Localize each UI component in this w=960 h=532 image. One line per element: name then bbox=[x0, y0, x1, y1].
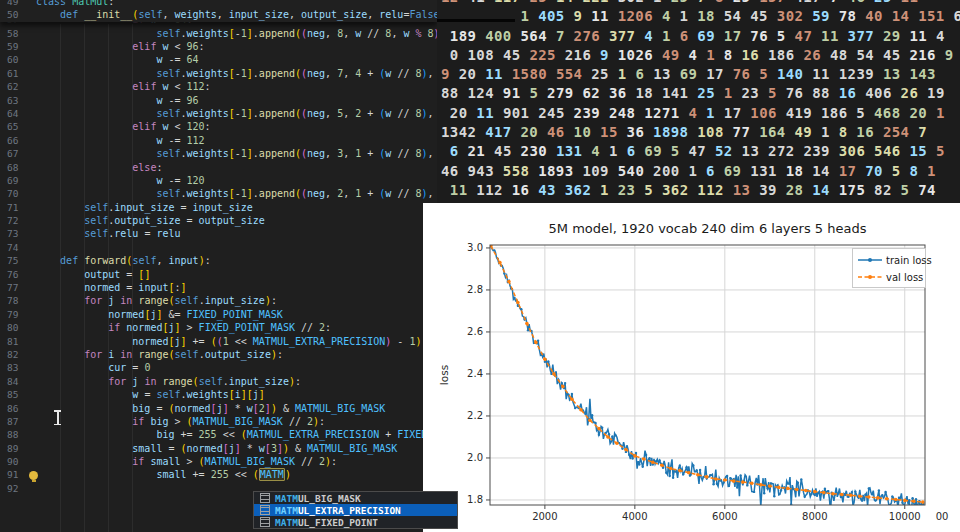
line-number: 62 bbox=[0, 80, 33, 93]
autocomplete-item[interactable]: MATMUL_BIG_MASK bbox=[254, 492, 457, 504]
line-number: 68 bbox=[0, 161, 33, 174]
svg-text:train loss: train loss bbox=[886, 255, 932, 266]
terminal-divider-line bbox=[437, 19, 515, 22]
svg-text:5M model, 1920 vocab 240 dim 6: 5M model, 1920 vocab 240 dim 6 layers 5 … bbox=[549, 221, 867, 236]
line-number: 67 bbox=[0, 147, 33, 160]
line-number: 85 bbox=[0, 388, 33, 401]
sticky-code-line[interactable]: 49class MatMul: bbox=[0, 0, 437, 8]
line-number: 63 bbox=[0, 94, 33, 107]
line-number: 70 bbox=[0, 187, 33, 200]
svg-text:loss: loss bbox=[438, 365, 450, 385]
constant-icon bbox=[260, 493, 270, 503]
line-number: 78 bbox=[0, 294, 33, 307]
line-number: 84 bbox=[0, 375, 33, 388]
terminal-row: 0 108 45 225 216 9 1026 49 4 1 8 16 186 … bbox=[441, 46, 960, 65]
sticky-scroll-header[interactable]: 49class MatMul:50 def __init__(self, wei… bbox=[0, 0, 437, 22]
line-number: 61 bbox=[0, 67, 33, 80]
line-number: 71 bbox=[0, 201, 33, 214]
autocomplete-item[interactable]: MATMUL_FIXED_POINT bbox=[254, 516, 457, 528]
constant-icon bbox=[260, 517, 270, 527]
svg-text:1.8: 1.8 bbox=[467, 494, 483, 505]
line-number: 83 bbox=[0, 361, 33, 374]
line-number: 60 bbox=[0, 53, 33, 66]
svg-text:10000: 10000 bbox=[889, 511, 921, 522]
terminal-row: 1 405 9 11 1206 4 1 18 54 45 302 59 78 4… bbox=[441, 7, 960, 26]
terminal-row: 6 21 45 230 131 4 1 6 69 5 47 52 13 272 … bbox=[441, 142, 960, 161]
indent-guide bbox=[60, 24, 61, 532]
line-number: 81 bbox=[0, 335, 33, 348]
loss-chart: 2000400060008000100001.82.02.22.42.62.83… bbox=[423, 203, 960, 532]
line-number: 88 bbox=[0, 428, 33, 441]
svg-text:4000: 4000 bbox=[622, 511, 647, 522]
constant-icon bbox=[260, 505, 270, 515]
line-number: 64 bbox=[0, 107, 33, 120]
line-number: 79 bbox=[0, 308, 33, 321]
terminal-row: 12 41 117 25 14 221 302 1 25 7 8 25 157 … bbox=[441, 0, 960, 7]
line-number: 89 bbox=[0, 442, 33, 455]
text-cursor-icon bbox=[54, 410, 61, 425]
svg-text:00: 00 bbox=[936, 511, 949, 522]
line-number: 72 bbox=[0, 214, 33, 227]
svg-text:2000: 2000 bbox=[532, 511, 557, 522]
terminal-row: 88 124 91 5 279 62 36 18 141 25 1 23 5 7… bbox=[441, 84, 960, 103]
sticky-lines: 49class MatMul:50 def __init__(self, wei… bbox=[0, 0, 437, 22]
line-number: 59 bbox=[0, 40, 33, 53]
line-number: 77 bbox=[0, 281, 33, 294]
line-number: 75 bbox=[0, 254, 33, 267]
terminal-row: 46 943 558 1893 109 540 200 1 6 69 131 1… bbox=[441, 162, 960, 181]
line-number: 50 bbox=[0, 8, 33, 21]
svg-text:2.2: 2.2 bbox=[467, 410, 483, 421]
svg-text:2.4: 2.4 bbox=[467, 368, 483, 379]
terminal-row: 189 400 564 7 276 377 4 1 6 69 17 76 5 4… bbox=[441, 27, 960, 46]
terminal-row: 1342 417 20 46 10 15 36 1898 108 77 164 … bbox=[441, 123, 960, 142]
line-number: 65 bbox=[0, 120, 33, 133]
terminal-row: 9 20 11 1580 554 25 1 6 13 69 17 76 5 14… bbox=[441, 65, 960, 84]
indent-guide bbox=[84, 24, 85, 532]
line-number: 74 bbox=[0, 241, 33, 254]
svg-text:2.6: 2.6 bbox=[467, 326, 483, 337]
svg-text:val loss: val loss bbox=[886, 272, 923, 283]
line-number: 73 bbox=[0, 227, 33, 240]
line-number: 69 bbox=[0, 174, 33, 187]
line-number: 82 bbox=[0, 348, 33, 361]
autocomplete-item[interactable]: MATMUL_EXTRA_PRECISION bbox=[254, 504, 457, 516]
terminal-row: 20 11 901 245 239 248 1271 4 1 17 106 41… bbox=[441, 104, 960, 123]
line-number: 86 bbox=[0, 402, 33, 415]
line-number: 58 bbox=[0, 27, 33, 40]
lightbulb-icon[interactable] bbox=[29, 471, 38, 480]
svg-text:2.0: 2.0 bbox=[467, 452, 483, 463]
line-number: 90 bbox=[0, 455, 33, 468]
line-number: 87 bbox=[0, 415, 33, 428]
svg-text:8000: 8000 bbox=[802, 511, 827, 522]
screen: 57 if w < 64: 58 self.weights[-1].append… bbox=[0, 0, 960, 532]
indent-guide bbox=[132, 24, 133, 532]
svg-text:3.0: 3.0 bbox=[467, 242, 483, 253]
terminal-number-output[interactable]: 12 41 117 25 14 221 302 1 25 7 8 25 157 … bbox=[437, 0, 960, 203]
line-number: 92 bbox=[0, 482, 33, 495]
line-number: 76 bbox=[0, 268, 33, 281]
line-number: 80 bbox=[0, 321, 33, 334]
svg-text:2.8: 2.8 bbox=[467, 284, 483, 295]
autocomplete-popup[interactable]: MATMUL_BIG_MASKMATMUL_EXTRA_PRECISIONMAT… bbox=[253, 491, 458, 529]
terminal-rows: 12 41 117 25 14 221 302 1 25 7 8 25 157 … bbox=[437, 0, 960, 200]
line-number: 66 bbox=[0, 134, 33, 147]
sticky-code-line[interactable]: 50 def __init__(self, weights, input_siz… bbox=[0, 8, 437, 21]
line-number: 49 bbox=[0, 0, 33, 8]
terminal-row: 11 112 16 43 362 1 23 5 362 112 13 39 28… bbox=[441, 181, 960, 200]
svg-text:6000: 6000 bbox=[712, 511, 737, 522]
indent-guide bbox=[108, 24, 109, 532]
loss-chart-window: 2000400060008000100001.82.02.22.42.62.83… bbox=[423, 203, 960, 532]
